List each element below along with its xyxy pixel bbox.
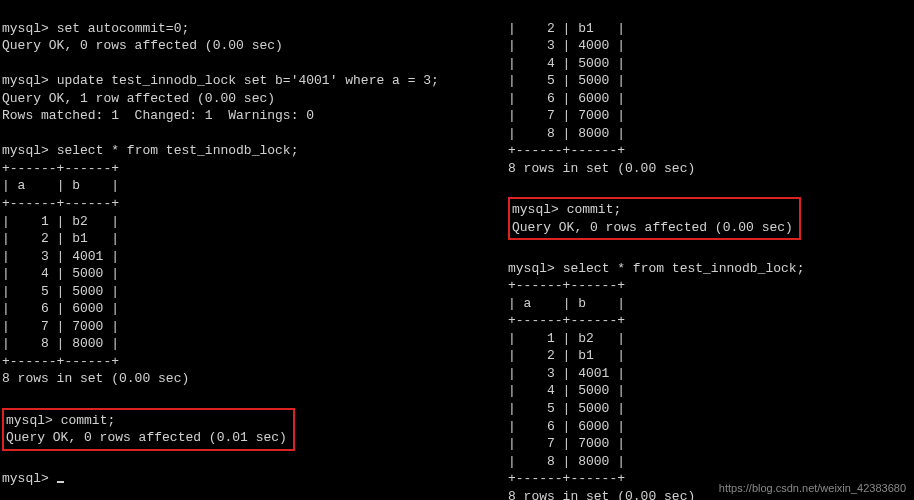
table-rows: | 1 | b2 | | 2 | b1 | | 3 | 4001 | | 4 |… [508,331,625,469]
result: Query OK, 0 rows affected (0.00 sec) [2,38,283,53]
cmd: commit; [61,413,116,428]
prompt: mysql> [508,261,555,276]
cmd: select * from test_innodb_lock; [563,261,805,276]
prompt: mysql> [2,73,49,88]
cmd: select * from test_innodb_lock; [57,143,299,158]
table-sep: +------+------+ [2,161,119,176]
prompt: mysql> [2,21,49,36]
table-sep: +------+------+ [508,313,625,328]
prompt: mysql> [2,143,49,158]
highlight-box: mysql> commit; Query OK, 0 rows affected… [2,408,295,451]
table-rows: | 2 | b1 | | 3 | 4000 | | 4 | 5000 | | 5… [508,21,625,141]
prompt: mysql> [6,413,53,428]
highlight-box: mysql> commit; Query OK, 0 rows affected… [508,197,801,240]
prompt: mysql> [2,471,49,486]
col-a: a [18,178,26,193]
right-terminal: | 2 | b1 | | 3 | 4000 | | 4 | 5000 | | 5… [506,0,914,500]
cmd: commit; [567,202,622,217]
result: Query OK, 0 rows affected (0.00 sec) [512,220,793,235]
table-sep: +------+------+ [2,354,119,369]
col-b: b [72,178,80,193]
table-sep: +------+------+ [508,143,625,158]
rowcount: 8 rows in set (0.00 sec) [508,161,695,176]
result: Query OK, 1 row affected (0.00 sec) [2,91,275,106]
table-sep: +------+------+ [508,471,625,486]
watermark: https://blog.csdn.net/weixin_42383680 [719,481,906,496]
table-sep: +------+------+ [2,196,119,211]
col-b: b [578,296,586,311]
prompt: mysql> [512,202,559,217]
cursor [57,481,64,483]
col-a: a [524,296,532,311]
result: Query OK, 0 rows affected (0.01 sec) [6,430,287,445]
result: Rows matched: 1 Changed: 1 Warnings: 0 [2,108,314,123]
left-terminal: mysql> set autocommit=0; Query OK, 0 row… [0,0,506,500]
table-rows: | 1 | b2 | | 2 | b1 | | 3 | 4001 | | 4 |… [2,214,119,352]
cmd: set autocommit=0; [57,21,190,36]
table-sep: +------+------+ [508,278,625,293]
rowcount: 8 rows in set (0.00 sec) [2,371,189,386]
rowcount: 8 rows in set (0.00 sec) [508,489,695,500]
cmd: update test_innodb_lock set b='4001' whe… [57,73,439,88]
